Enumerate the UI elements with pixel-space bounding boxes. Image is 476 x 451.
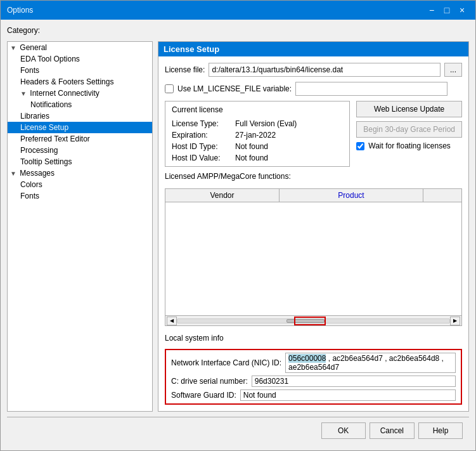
use-lm-row: Use LM_LICENSE_FILE variable:: [165, 82, 462, 96]
license-file-label: License file:: [165, 65, 205, 74]
table-header-extra: [423, 189, 461, 202]
sidebar-label-internet: Internet Connectivity: [30, 89, 99, 98]
sidebar-item-headers-footers[interactable]: Headers & Footers Settings: [8, 76, 152, 88]
sidebar-label-fonts: Fonts: [20, 66, 39, 75]
close-button[interactable]: ×: [455, 4, 469, 16]
sidebar-item-notifications[interactable]: Notifications: [8, 99, 152, 110]
options-dialog: Options − □ × Category: ▼ General EDA To…: [0, 0, 476, 451]
panel-header: License Setup: [158, 42, 468, 56]
license-type-row: License Type: Full Version (Eval): [172, 119, 343, 128]
use-lm-label: Use LM_LICENSE_FILE variable:: [177, 84, 292, 93]
software-guard-row: Software Guard ID: Not found: [171, 389, 456, 401]
sidebar-label-eda: EDA Tool Options: [20, 55, 80, 63]
wait-floating-label: Wait for floating licenses: [368, 141, 451, 150]
expiration-label: Expiration:: [172, 131, 235, 140]
scroll-left-arrow[interactable]: ◀: [167, 317, 177, 325]
sidebar-item-fonts[interactable]: Fonts: [8, 65, 152, 76]
use-lm-input[interactable]: [295, 82, 447, 96]
cancel-button[interactable]: Cancel: [370, 422, 415, 439]
table-header: Vendor Product: [165, 189, 461, 202]
c-drive-value: 96d30231: [252, 376, 456, 387]
expiration-value: 27-jan-2022: [235, 131, 276, 140]
sidebar-item-fonts2[interactable]: Fonts: [8, 190, 152, 202]
expand-general-icon: ▼: [10, 44, 18, 51]
host-id-type-value: Not found: [235, 142, 268, 151]
sidebar-item-eda-tool-options[interactable]: EDA Tool Options: [8, 53, 152, 65]
local-system-box: Network Interface Card (NIC) ID: 056c000…: [165, 349, 462, 405]
scroll-highlight-box: [294, 317, 326, 325]
use-lm-checkbox[interactable]: [165, 84, 174, 93]
host-id-value-row: Host ID Value: Not found: [172, 154, 343, 162]
wait-floating-checkbox[interactable]: [356, 142, 364, 150]
title-bar-controls: − □ ×: [425, 4, 469, 16]
sidebar-item-tooltip-settings[interactable]: Tooltip Settings: [8, 156, 152, 167]
expand-internet-icon: ▼: [20, 90, 28, 97]
nic-label: Network Interface Card (NIC) ID:: [171, 358, 281, 367]
table-header-product: Product: [280, 189, 423, 202]
software-guard-value: Not found: [240, 389, 456, 401]
panel-body: License file: ... Use LM_LICENSE_FILE va…: [158, 56, 468, 411]
sidebar-label-libraries: Libraries: [20, 112, 49, 121]
sidebar-label-processing: Processing: [20, 146, 58, 155]
nic-value: 056c00008 , ac2b6ea564d7 , ac2b6ea564d8 …: [285, 353, 456, 373]
main-area: ▼ General EDA Tool Options Fonts Headers…: [7, 41, 469, 412]
sidebar-label-general: General: [20, 43, 47, 52]
sidebar-label-headers: Headers & Footers Settings: [20, 77, 113, 86]
host-id-value-value: Not found: [235, 154, 268, 162]
table-header-vendor: Vendor: [165, 189, 280, 202]
licensed-functions-label: Licensed AMPP/MegaCore functions:: [165, 172, 462, 181]
license-type-value: Full Version (Eval): [235, 119, 297, 128]
nic-highlight-value: 056c00008: [288, 354, 326, 363]
sidebar-item-processing[interactable]: Processing: [8, 145, 152, 156]
sidebar-label-license-setup: License Setup: [20, 123, 68, 132]
right-panel: License Setup License file: ... Use LM_L…: [158, 41, 469, 412]
host-id-type-row: Host ID Type: Not found: [172, 142, 343, 151]
c-drive-row: C: drive serial number: 96d30231: [171, 376, 456, 387]
current-license-area: Current license License Type: Full Versi…: [165, 101, 462, 167]
category-label: Category:: [7, 26, 469, 35]
horizontal-scrollbar[interactable]: ◀ ▶: [165, 315, 461, 325]
expand-messages-icon: ▼: [10, 170, 18, 177]
license-type-label: License Type:: [172, 119, 235, 128]
sidebar-item-colors[interactable]: Colors: [8, 179, 152, 190]
browse-button[interactable]: ...: [444, 63, 462, 77]
dialog-title: Options: [7, 6, 33, 15]
license-file-input[interactable]: [209, 63, 441, 77]
dialog-content: Category: ▼ General EDA Tool Options Fon…: [1, 20, 475, 450]
title-bar-title: Options: [7, 6, 33, 15]
bottom-buttons: OK Cancel Help: [7, 417, 469, 444]
sidebar-label-messages: Messages: [20, 169, 55, 178]
expiration-row: Expiration: 27-jan-2022: [172, 131, 343, 140]
web-license-update-button[interactable]: Web License Update: [356, 101, 462, 117]
sidebar-item-internet-connectivity[interactable]: ▼ Internet Connectivity: [8, 88, 152, 99]
current-license-title: Current license: [172, 105, 343, 114]
nic-row: Network Interface Card (NIC) ID: 056c000…: [171, 353, 456, 373]
wait-floating-row: Wait for floating licenses: [356, 141, 462, 150]
sidebar-item-messages[interactable]: ▼ Messages: [8, 167, 152, 179]
sidebar-item-libraries[interactable]: Libraries: [8, 110, 152, 122]
maximize-button[interactable]: □: [440, 4, 454, 16]
table-body: [165, 202, 461, 315]
c-drive-label: C: drive serial number:: [171, 377, 248, 386]
title-bar: Options − □ ×: [1, 1, 475, 20]
sidebar-label-colors: Colors: [20, 180, 42, 189]
scroll-right-arrow[interactable]: ▶: [450, 317, 460, 325]
licensed-functions-table: Vendor Product ◀ ▶: [165, 188, 462, 326]
current-license-section: Current license License Type: Full Versi…: [165, 101, 350, 167]
ok-button[interactable]: OK: [321, 422, 366, 439]
local-system-label: Local system info: [165, 334, 462, 343]
grace-period-button[interactable]: Begin 30-day Grace Period: [356, 121, 462, 138]
help-button[interactable]: Help: [418, 422, 463, 439]
sidebar-item-general[interactable]: ▼ General: [8, 42, 152, 53]
license-actions: Web License Update Begin 30-day Grace Pe…: [356, 101, 462, 167]
sidebar-label-preferred-text-editor: Preferred Text Editor: [20, 134, 90, 143]
sidebar-item-preferred-text-editor[interactable]: Preferred Text Editor: [8, 133, 152, 145]
sidebar-label-notifications: Notifications: [30, 100, 72, 109]
license-file-row: License file: ...: [165, 63, 462, 77]
host-id-type-label: Host ID Type:: [172, 142, 235, 151]
sidebar-label-tooltip: Tooltip Settings: [20, 157, 72, 166]
software-guard-label: Software Guard ID:: [171, 391, 236, 400]
sidebar: ▼ General EDA Tool Options Fonts Headers…: [7, 41, 153, 412]
minimize-button[interactable]: −: [425, 4, 439, 16]
sidebar-item-license-setup[interactable]: License Setup: [8, 122, 152, 133]
